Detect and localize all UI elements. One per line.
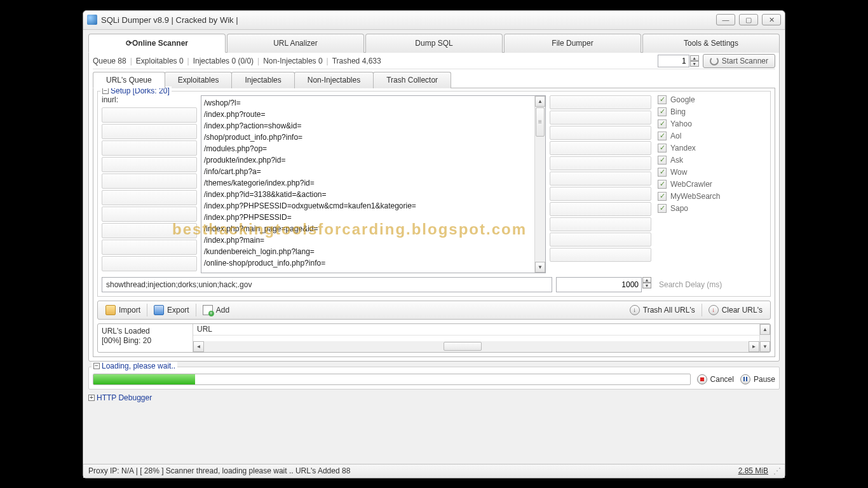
engine-aol[interactable]: ✓Aol xyxy=(658,132,766,140)
filter-input[interactable] xyxy=(102,277,552,292)
engine-webcrawler[interactable]: ✓WebCrawler xyxy=(658,180,766,189)
scroll-right-icon[interactable]: ► xyxy=(749,341,759,352)
dorks-list[interactable]: /wshop/?l=/index.php?route=/index.php?ac… xyxy=(201,95,546,273)
import-button[interactable]: Import xyxy=(102,303,144,317)
http-debugger-toggle[interactable]: + HTTP Debugger xyxy=(88,393,780,402)
main-tab-file-dumper[interactable]: File Dumper xyxy=(504,34,641,53)
engine-yandex[interactable]: ✓Yandex xyxy=(658,144,766,152)
trash-all-button[interactable]: ↓Trash All URL's xyxy=(626,303,699,317)
checkbox-icon[interactable]: ✓ xyxy=(658,132,667,140)
minimize-button[interactable]: — xyxy=(716,14,735,25)
dork-line[interactable]: /themes/kategorie/index.php?id= xyxy=(204,177,532,189)
add-button[interactable]: Add xyxy=(199,303,233,317)
main-tab-tools-settings[interactable]: Tools & Settings xyxy=(642,34,780,53)
expand-icon[interactable]: + xyxy=(88,395,95,401)
cancel-button[interactable]: Cancel xyxy=(697,374,734,384)
sub-tab-exploitables[interactable]: Exploitables xyxy=(165,72,233,88)
start-scanner-button[interactable]: Start Scanner xyxy=(703,54,775,68)
inurl-field[interactable] xyxy=(102,124,197,139)
engine-ask[interactable]: ✓Ask xyxy=(658,156,766,165)
inurl-field[interactable] xyxy=(102,240,197,255)
clear-button[interactable]: ↓Clear URL's xyxy=(705,303,766,317)
export-button[interactable]: Export xyxy=(150,303,193,317)
close-button[interactable]: ✕ xyxy=(762,14,781,25)
engine-slot[interactable] xyxy=(550,172,651,186)
engine-slot[interactable] xyxy=(550,126,651,140)
engine-slot[interactable] xyxy=(550,111,651,125)
inurl-field[interactable] xyxy=(102,107,197,123)
dork-line[interactable]: /shop/product_info.php?info= xyxy=(204,132,532,143)
inurl-field[interactable] xyxy=(102,157,197,172)
loading-legend[interactable]: − Loading, please wait.. xyxy=(92,362,177,370)
inurl-field[interactable] xyxy=(102,140,197,156)
inurl-field[interactable] xyxy=(102,190,197,205)
inurl-field[interactable] xyxy=(102,223,197,238)
inurl-field[interactable] xyxy=(102,173,197,189)
dork-line[interactable]: /index.php?action=show&id= xyxy=(204,120,532,132)
titlebar[interactable]: SQLi Dumper v8.9 | Cracked by Wik | — ▢ … xyxy=(83,11,785,30)
sub-tab-injectables[interactable]: Injectables xyxy=(231,72,294,88)
scroll-down-icon[interactable]: ▼ xyxy=(760,341,770,352)
engine-mywebsearch[interactable]: ✓MyWebSearch xyxy=(658,192,766,201)
scroll-thumb[interactable] xyxy=(536,107,545,137)
scroll-down-icon[interactable]: ▼ xyxy=(535,262,545,273)
url-vscroll[interactable]: ▲ ▼ xyxy=(759,324,770,352)
inurl-field[interactable] xyxy=(102,256,197,271)
dork-line[interactable]: /info/cart.php?a= xyxy=(204,166,532,177)
dork-line[interactable]: /modules.php?op= xyxy=(204,143,532,154)
scroll-left-icon[interactable]: ◄ xyxy=(193,341,204,352)
dork-line[interactable]: /index.php?main= xyxy=(204,234,532,246)
pause-button[interactable]: Pause xyxy=(740,374,775,384)
dork-line[interactable]: /index.php?PHPSESSID= xyxy=(204,212,532,223)
threads-input[interactable] xyxy=(658,55,689,67)
scroll-up-icon[interactable]: ▲ xyxy=(760,324,770,335)
dorks-scrollbar[interactable]: ▲ ▼ xyxy=(534,96,545,273)
checkbox-icon[interactable]: ✓ xyxy=(658,204,667,213)
delay-spinner-buttons[interactable]: ▲▼ xyxy=(642,277,651,292)
engine-slot[interactable] xyxy=(550,248,651,262)
threads-spinner-buttons[interactable]: ▲▼ xyxy=(690,55,699,67)
engine-slot[interactable] xyxy=(550,187,651,201)
checkbox-icon[interactable]: ✓ xyxy=(658,168,667,177)
sub-tab-non-injectables[interactable]: Non-Injectables xyxy=(294,72,374,88)
engine-slot[interactable] xyxy=(550,217,651,231)
engine-google[interactable]: ✓Google xyxy=(658,95,766,104)
engine-slot[interactable] xyxy=(550,95,651,109)
engine-bing[interactable]: ✓Bing xyxy=(658,107,766,116)
engine-wow[interactable]: ✓Wow xyxy=(658,168,766,177)
dork-line[interactable]: /index.php?main_page=page&id= xyxy=(204,223,532,234)
dork-line[interactable]: /index.php?id=3138&katid=&action= xyxy=(204,189,532,200)
checkbox-icon[interactable]: ✓ xyxy=(658,192,667,201)
maximize-button[interactable]: ▢ xyxy=(739,14,758,25)
resize-grip-icon[interactable]: ⋰ xyxy=(773,466,780,475)
engine-slot[interactable] xyxy=(550,141,651,155)
collapse-icon[interactable]: − xyxy=(102,88,109,94)
engine-yahoo[interactable]: ✓Yahoo xyxy=(658,119,766,128)
dork-line[interactable]: /kundenbereich_login.php?lang= xyxy=(204,246,532,257)
main-tab-online-scanner[interactable]: ⟳ Online Scanner xyxy=(88,34,226,53)
checkbox-icon[interactable]: ✓ xyxy=(658,95,667,104)
delay-input[interactable] xyxy=(556,277,642,292)
main-tab-url-analizer[interactable]: URL Analizer xyxy=(227,34,364,53)
dork-line[interactable]: /online-shop/product_info.php?info= xyxy=(204,257,532,269)
main-tab-dump-sql[interactable]: Dump SQL xyxy=(365,34,503,53)
engine-sapo[interactable]: ✓Sapo xyxy=(658,204,766,213)
dork-line[interactable]: /wshop/?l= xyxy=(204,97,532,109)
checkbox-icon[interactable]: ✓ xyxy=(658,119,667,128)
url-hscroll[interactable]: ◄ ► xyxy=(193,341,759,352)
checkbox-icon[interactable]: ✓ xyxy=(658,107,667,116)
memory-usage[interactable]: 2.85 MiB xyxy=(738,466,768,475)
url-column-header[interactable]: URL xyxy=(193,324,759,336)
collapse-icon[interactable]: − xyxy=(93,363,100,369)
inurl-field[interactable] xyxy=(102,207,197,222)
checkbox-icon[interactable]: ✓ xyxy=(658,180,667,189)
engine-slot[interactable] xyxy=(550,233,651,247)
checkbox-icon[interactable]: ✓ xyxy=(658,156,667,165)
dork-line[interactable]: /index.php?route= xyxy=(204,109,532,120)
dork-line[interactable]: /produkte/index.php?id= xyxy=(204,154,532,166)
scroll-up-icon[interactable]: ▲ xyxy=(535,96,545,107)
dork-line[interactable]: /index.php?PHPSESSID=odxguetw&cmd=kaufen… xyxy=(204,200,532,212)
engine-slot[interactable] xyxy=(550,202,651,216)
sub-tab-url-s-queue[interactable]: URL's Queue xyxy=(93,72,165,88)
sub-tab-trash-collector[interactable]: Trash Collector xyxy=(373,72,451,88)
